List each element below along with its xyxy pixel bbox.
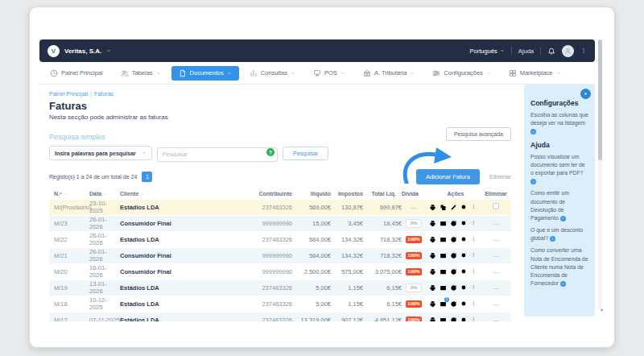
nav-item-painel-principal[interactable]: Painel Principal: [43, 66, 110, 81]
help-article-link[interactable]: Como emitir um documento de Devolução de…: [530, 189, 588, 222]
table-row[interactable]: M/2326-01-2026Consumidor Final9999999901…: [49, 216, 511, 232]
column-header-total-l-q[interactable]: Total Líq.: [363, 191, 402, 197]
email-icon[interactable]: [440, 268, 447, 275]
view-icon[interactable]: [460, 300, 468, 308]
help-article-link[interactable]: Posso visualizar um documento sem ter de…: [530, 153, 588, 186]
more-actions-icon[interactable]: [471, 300, 477, 308]
column-header-il-quido[interactable]: Ilíquido: [292, 191, 331, 197]
table-row[interactable]: M/1810-12-2025Estádios LDA2374633265,00€…: [49, 296, 511, 313]
search-field-select[interactable]: Insira palavras para pesquisar: [49, 146, 152, 160]
email-icon[interactable]: [440, 252, 447, 259]
refresh-icon[interactable]: [450, 300, 457, 308]
print-icon[interactable]: [429, 220, 436, 227]
column-header-n[interactable]: N.º: [54, 191, 89, 197]
view-icon[interactable]: [460, 317, 468, 322]
help-article-link[interactable]: Como converter uma Nota de Encomenda de …: [530, 246, 588, 288]
chevron-down-icon: [291, 71, 295, 76]
table-row[interactable]: M/2226-01-2026Estádios LDA237463326584,0…: [49, 232, 511, 248]
sidebar-config-link[interactable]: Escolha as colunas que deseja ver na lis…: [530, 111, 588, 136]
email-icon[interactable]: [440, 220, 447, 227]
pagination-page-1[interactable]: 1: [142, 172, 152, 182]
nav-item-documentos[interactable]: Documentos: [171, 66, 239, 81]
scrollbar-down-arrow[interactable]: ▾: [601, 307, 603, 313]
view-icon[interactable]: [460, 268, 468, 275]
help-link[interactable]: Ajuda: [518, 48, 534, 55]
notifications-bell-icon[interactable]: [547, 47, 555, 55]
table-row[interactable]: M/2016-01-2026Consumidor Final9999999902…: [49, 264, 511, 280]
view-icon[interactable]: [460, 284, 468, 292]
more-actions-icon[interactable]: [471, 204, 477, 211]
invoice-taxes: 907,12€: [331, 317, 363, 322]
nav-item-consultas[interactable]: Consultas: [242, 66, 303, 81]
chevron-down-icon: [142, 151, 147, 155]
print-icon[interactable]: [429, 268, 436, 275]
scrollbar-thumb[interactable]: [598, 39, 602, 160]
nav-item-configura-es[interactable]: Configurações: [425, 66, 497, 81]
column-header-d-vida[interactable]: Dívida: [402, 191, 426, 197]
print-icon[interactable]: [429, 317, 436, 322]
refresh-icon[interactable]: [450, 236, 457, 243]
company-menu[interactable]: V Veritas, S.A.: [47, 45, 111, 57]
column-header-cliente[interactable]: Cliente: [120, 191, 250, 197]
search-button[interactable]: Pesquisar: [283, 147, 328, 160]
print-icon[interactable]: [429, 204, 436, 211]
email-icon[interactable]: [440, 317, 447, 322]
table-row[interactable]: M/2126-01-2026Consumidor Final9999999905…: [49, 248, 511, 264]
search-help-icon[interactable]: ?: [266, 148, 275, 156]
view-icon[interactable]: [460, 252, 468, 259]
table-row[interactable]: M/(Provisório)23-10-2025Estádios LDA2374…: [49, 200, 511, 216]
more-actions-icon[interactable]: [471, 220, 477, 227]
print-icon[interactable]: [429, 284, 436, 292]
refresh-icon[interactable]: [450, 252, 457, 259]
vertical-scrollbar[interactable]: [598, 39, 602, 310]
more-actions-icon[interactable]: [471, 268, 477, 275]
more-actions-icon[interactable]: [471, 317, 477, 322]
duplicate-icon[interactable]: [440, 204, 447, 211]
more-actions-icon[interactable]: [471, 252, 477, 259]
language-selector[interactable]: Português: [470, 48, 505, 55]
invoice-vat-number: 237463326: [250, 317, 292, 322]
nav-item-tabelas[interactable]: Tabelas: [114, 66, 168, 81]
email-icon[interactable]: 3: [440, 300, 447, 308]
email-icon[interactable]: [440, 284, 447, 292]
delete-button[interactable]: Eliminar: [489, 173, 511, 180]
more-menu-icon[interactable]: [580, 46, 587, 56]
table-row[interactable]: M/1707-11-2025Estádios LDA23746332613.31…: [49, 313, 511, 322]
debt-badge: 100%: [402, 235, 426, 243]
print-icon[interactable]: [429, 236, 436, 243]
more-actions-icon[interactable]: [471, 284, 477, 292]
debt-badge: 100%: [402, 251, 426, 259]
more-actions-icon[interactable]: [471, 236, 477, 243]
email-icon[interactable]: [440, 236, 447, 243]
breadcrumb-link-current[interactable]: Faturas: [94, 91, 114, 97]
refresh-icon[interactable]: [450, 220, 457, 227]
add-invoice-button[interactable]: Adicionar Fatura: [416, 169, 480, 184]
nav-item-pos[interactable]: POS: [306, 66, 353, 81]
breadcrumb-link-home[interactable]: Painel Principal: [49, 91, 88, 97]
delete-checkbox[interactable]: [485, 203, 506, 211]
view-icon[interactable]: [460, 236, 468, 243]
column-header-contribuinte[interactable]: Contribuinte: [250, 191, 292, 197]
column-header-eliminar[interactable]: Eliminar: [485, 191, 506, 197]
nav-item-a-tribut-ria[interactable]: A. Tributária: [356, 66, 422, 81]
advanced-search-button[interactable]: Pesquisa avançada: [446, 127, 511, 141]
view-icon[interactable]: [460, 220, 468, 227]
print-icon[interactable]: [429, 300, 436, 308]
column-header-impostos[interactable]: Impostos: [331, 191, 363, 197]
refresh-icon[interactable]: [450, 317, 457, 322]
print-icon[interactable]: [429, 252, 436, 259]
refresh-icon[interactable]: [450, 284, 457, 292]
invoice-net: 2.500,00€: [292, 268, 331, 275]
table-row[interactable]: M/1913-01-2026Estádios LDA2374633265,00€…: [49, 280, 511, 296]
column-header-a-es[interactable]: Ações: [426, 191, 485, 197]
edit-icon[interactable]: [450, 204, 457, 211]
column-header-data[interactable]: Data: [89, 191, 120, 197]
search-input[interactable]: [157, 147, 278, 162]
help-article-link[interactable]: O que é um desconto global? ›: [530, 226, 588, 242]
sidebar-collapse-icon[interactable]: [580, 89, 591, 99]
nav-item-marketplace[interactable]: Marketplace: [502, 66, 568, 81]
user-avatar[interactable]: [562, 45, 574, 57]
view-icon[interactable]: [460, 204, 468, 211]
refresh-icon[interactable]: [450, 268, 457, 275]
invoice-taxes: 1,15€: [331, 284, 363, 292]
